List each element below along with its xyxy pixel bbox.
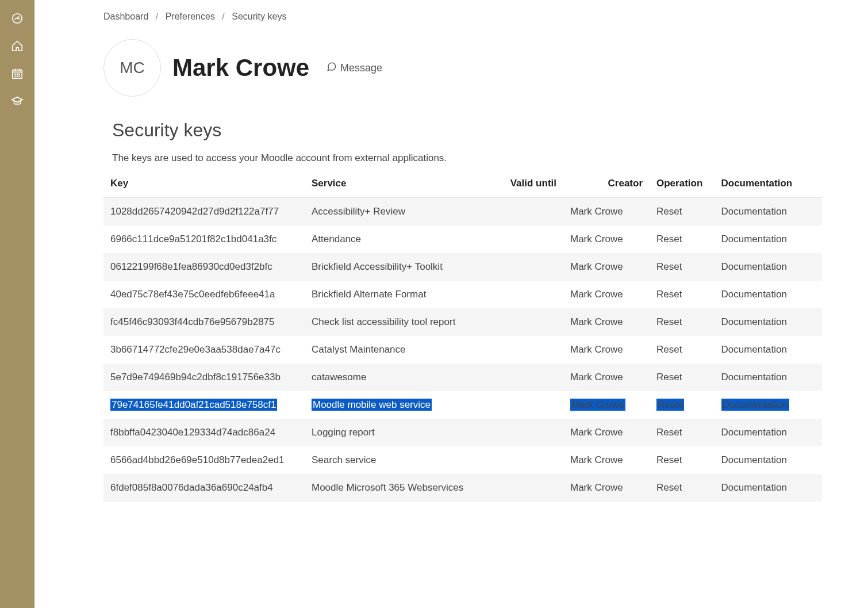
cell-valid-until — [491, 281, 563, 308]
cell-service: Logging report — [305, 419, 491, 446]
cell-documentation-link[interactable]: Documentation — [721, 399, 789, 411]
cell-valid-until — [491, 308, 563, 336]
cell-operation-link[interactable]: Reset — [656, 316, 682, 327]
cell-valid-until — [491, 364, 563, 391]
cell-key-text: 3b66714772cfe29e0e3aa538dae7a47c — [110, 344, 281, 355]
cell-service: Brickfield Accessibility+ Toolkit — [305, 253, 491, 281]
cell-creator-link[interactable]: Mark Crowe — [570, 261, 623, 272]
table-row: 6566ad4bbd26e69e510d8b77edea2ed1Search s… — [103, 446, 822, 474]
cell-documentation-link[interactable]: Documentation — [721, 289, 787, 300]
message-icon — [327, 62, 337, 75]
cell-key: f8bbffa0423040e129334d74adc86a24 — [103, 419, 305, 446]
cell-creator-link[interactable]: Mark Crowe — [570, 372, 623, 383]
cell-key-text: f8bbffa0423040e129334d74adc86a24 — [110, 427, 275, 438]
cell-service: catawesome — [305, 364, 491, 391]
cell-service-text: Attendance — [312, 234, 361, 244]
cell-service-text: Catalyst Maintenance — [312, 344, 405, 355]
cell-creator: Mark Crowe — [563, 281, 650, 308]
cell-operation: Reset — [650, 391, 715, 419]
cell-operation-link[interactable]: Reset — [656, 454, 682, 465]
cell-service-text: Moodle mobile web service — [312, 399, 432, 411]
cell-valid-until — [491, 225, 563, 253]
cell-key-text: 79e74165fe41dd0af21cad518e758cf1 — [110, 399, 277, 411]
cell-service: Attendance — [305, 225, 491, 253]
cell-operation-link[interactable]: Reset — [656, 206, 682, 217]
dashboard-icon[interactable] — [10, 12, 24, 25]
cell-key-text: 6fdef085f8a0076dada36a690c24afb4 — [110, 482, 273, 493]
cell-operation-link[interactable]: Reset — [656, 482, 682, 493]
breadcrumb-current: Security keys — [232, 12, 286, 21]
graduation-icon[interactable] — [10, 94, 24, 108]
cell-documentation-link[interactable]: Documentation — [721, 344, 787, 355]
cell-operation-link[interactable]: Reset — [656, 261, 682, 272]
header-key: Key — [103, 170, 305, 198]
cell-creator-link[interactable]: Mark Crowe — [570, 206, 623, 217]
cell-operation-link[interactable]: Reset — [656, 399, 684, 411]
cell-creator-link[interactable]: Mark Crowe — [570, 316, 623, 327]
cell-creator-link[interactable]: Mark Crowe — [570, 482, 623, 493]
cell-key-text: 06122199f68e1fea86930cd0ed3f2bfc — [110, 261, 272, 272]
cell-documentation-link[interactable]: Documentation — [721, 261, 787, 272]
cell-creator: Mark Crowe — [563, 446, 650, 474]
cell-documentation-link[interactable]: Documentation — [721, 372, 787, 383]
cell-creator-link[interactable]: Mark Crowe — [570, 399, 625, 411]
cell-operation: Reset — [650, 336, 715, 364]
cell-creator-link[interactable]: Mark Crowe — [570, 454, 623, 465]
cell-valid-until — [491, 198, 563, 226]
avatar[interactable]: MC — [103, 39, 161, 97]
cell-service: Accessibility+ Review — [305, 198, 491, 226]
cell-service-text: Check list accessibility tool report — [312, 316, 455, 327]
cell-operation-link[interactable]: Reset — [656, 289, 682, 300]
cell-creator-link[interactable]: Mark Crowe — [570, 289, 623, 300]
cell-operation-link[interactable]: Reset — [656, 372, 682, 383]
breadcrumb: Dashboard / Preferences / Security keys — [103, 12, 822, 22]
cell-documentation: Documentation — [715, 446, 823, 474]
cell-creator-link[interactable]: Mark Crowe — [570, 427, 623, 438]
cell-creator: Mark Crowe — [563, 391, 650, 419]
cell-operation-link[interactable]: Reset — [656, 344, 682, 355]
cell-creator-link[interactable]: Mark Crowe — [570, 234, 623, 244]
svg-point-10 — [19, 76, 20, 77]
cell-documentation: Documentation — [715, 253, 823, 281]
message-button[interactable]: Message — [327, 62, 382, 75]
cell-operation-link[interactable]: Reset — [656, 427, 682, 438]
cell-service: Catalyst Maintenance — [305, 336, 491, 364]
home-icon[interactable] — [10, 39, 24, 53]
cell-key: 6566ad4bbd26e69e510d8b77edea2ed1 — [103, 446, 305, 474]
page-description: The keys are used to access your Moodle … — [103, 152, 822, 164]
calendar-icon[interactable] — [10, 67, 24, 81]
cell-key: 79e74165fe41dd0af21cad518e758cf1 — [103, 391, 305, 419]
cell-key-text: 5e7d9e749469b94c2dbf8c191756e33b — [110, 372, 281, 383]
breadcrumb-preferences[interactable]: Preferences — [166, 12, 215, 21]
cell-documentation-link[interactable]: Documentation — [721, 316, 787, 327]
cell-documentation-link[interactable]: Documentation — [721, 454, 787, 465]
cell-documentation-link[interactable]: Documentation — [721, 206, 787, 217]
cell-operation: Reset — [650, 419, 715, 446]
cell-service-text: catawesome — [312, 372, 366, 383]
message-label: Message — [340, 62, 382, 74]
main-content: Dashboard / Preferences / Security keys … — [34, 0, 839, 608]
cell-documentation: Documentation — [715, 198, 823, 226]
svg-point-8 — [15, 76, 16, 77]
cell-service: Moodle mobile web service — [305, 391, 491, 419]
cell-documentation-link[interactable]: Documentation — [721, 234, 787, 244]
cell-key-text: 1028dd2657420942d27d9d2f122a7f77 — [110, 206, 279, 217]
table-row: 3b66714772cfe29e0e3aa538dae7a47cCatalyst… — [103, 336, 822, 364]
table-header-row: Key Service Valid until Creator Operatio… — [103, 170, 822, 198]
breadcrumb-dashboard[interactable]: Dashboard — [103, 12, 148, 21]
cell-creator: Mark Crowe — [563, 253, 650, 281]
cell-documentation-link[interactable]: Documentation — [721, 482, 787, 493]
table-row: 6966c111dce9a51201f82c1bd041a3fcAttendan… — [103, 225, 822, 253]
table-row: 40ed75c78ef43e75c0eedfeb6feee41aBrickfie… — [103, 281, 822, 308]
cell-creator-link[interactable]: Mark Crowe — [570, 344, 623, 355]
cell-documentation: Documentation — [715, 281, 823, 308]
cell-service-text: Brickfield Alternate Format — [312, 289, 426, 300]
page-title: Security keys — [103, 120, 822, 141]
cell-valid-until — [491, 446, 563, 474]
cell-operation: Reset — [650, 225, 715, 253]
cell-key: fc45f46c93093f44cdb76e95679b2875 — [103, 308, 305, 336]
cell-operation: Reset — [650, 308, 715, 336]
cell-operation-link[interactable]: Reset — [656, 234, 682, 244]
cell-documentation-link[interactable]: Documentation — [721, 427, 787, 438]
header-operation: Operation — [650, 170, 715, 198]
